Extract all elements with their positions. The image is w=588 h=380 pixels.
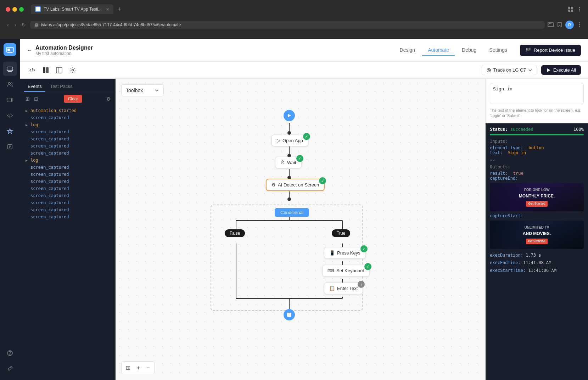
cast-icon[interactable] (548, 21, 554, 29)
set-keyboard-node[interactable]: ⌨ Set Keyboard ✓ (322, 265, 370, 276)
screenshot-thumb-1[interactable]: FOR ONE LOW MONTHLY PRICE. Get Started (490, 183, 584, 211)
svg-rect-22 (46, 67, 49, 73)
conditional-node[interactable]: Conditional (275, 208, 309, 217)
exec-start-label: execStartTime: (490, 268, 526, 273)
thumb1-text: FOR ONE LOW MONTHLY PRICE. Get Started (517, 185, 557, 209)
press-keys-node[interactable]: 📱 Press Keys ✓ (324, 247, 366, 259)
connector-dot (287, 131, 291, 135)
sidebar-item-ai[interactable] (3, 124, 17, 138)
thumb2-text: UNLIMITED TV AND MOVIES. Get Started (521, 223, 553, 246)
profile-avatar[interactable]: R (565, 21, 574, 29)
more-options-icon[interactable] (577, 6, 582, 12)
list-item[interactable]: ▶screen_captured (20, 199, 115, 206)
execute-all-button[interactable]: Execute All (541, 65, 581, 75)
back-button[interactable]: ‹ (6, 21, 10, 29)
zoom-out-button[interactable]: − (144, 363, 152, 373)
sidebar-item-code[interactable] (3, 108, 17, 123)
report-device-issue-button[interactable]: 🏴 Report Device Issue (520, 45, 581, 56)
reload-button[interactable]: ↻ (20, 21, 27, 29)
list-item[interactable]: ▶screen_captured (20, 142, 115, 150)
list-item[interactable]: ▶log (20, 121, 115, 128)
svg-point-6 (579, 9, 580, 10)
collapse-all-button[interactable]: ⊟ (33, 95, 40, 102)
tab-debug[interactable]: Debug (456, 45, 482, 56)
forward-button[interactable]: › (13, 21, 18, 29)
canvas-zoom-controls: ⊞ + − (121, 361, 155, 374)
list-item[interactable]: ▶log (20, 157, 115, 164)
close-traffic-light[interactable] (6, 7, 10, 12)
success-badge: ✓ (303, 133, 310, 140)
events-tab-test-packs[interactable]: Test Packs (47, 82, 76, 92)
events-panel: Events Test Packs ⊞ ⊟ Clear ⚙ ▶automatio… (20, 79, 116, 380)
app-logo[interactable] (4, 43, 16, 56)
ai-icon: ⚙ (271, 182, 276, 188)
extensions-icon (567, 6, 574, 12)
wait-node[interactable]: ⏱ Wait ✓ (275, 157, 302, 168)
expand-all-button[interactable]: ⊞ (24, 95, 31, 102)
open-app-node[interactable]: ▷ Open App ✓ (271, 135, 308, 146)
list-item[interactable]: ▶screen_captured (20, 185, 115, 192)
fit-view-button[interactable]: ⊞ (123, 363, 133, 373)
new-tab-button[interactable]: + (118, 6, 122, 13)
sidebar-item-tools[interactable] (3, 362, 17, 376)
list-item[interactable]: ▶screen_captured (20, 178, 115, 185)
events-settings-button[interactable]: ⚙ (106, 96, 111, 102)
browser-tab[interactable]: TV Labs: Smart TV App Testi... ✕ (31, 4, 113, 14)
svg-point-5 (579, 7, 580, 8)
true-branch-label[interactable]: True (332, 229, 350, 237)
sidebar-item-reports[interactable] (3, 140, 17, 154)
tab-close-button[interactable]: ✕ (106, 7, 109, 12)
start-node[interactable] (284, 110, 295, 121)
maximize-traffic-light[interactable] (19, 7, 24, 12)
list-item[interactable]: ▶screen_captured (20, 213, 115, 220)
events-tab-events[interactable]: Events (24, 82, 45, 92)
input-element-type: element_type: button (490, 145, 584, 150)
back-navigation-button[interactable]: ← (27, 47, 33, 54)
trace-on-device-button[interactable]: Trace on LG C7 (482, 65, 537, 75)
zoom-in-button[interactable]: + (134, 363, 143, 373)
svg-rect-1 (568, 7, 570, 9)
events-list: ▶automation_started ▶screen_captured ▶lo… (20, 106, 115, 380)
sidebar-item-video[interactable] (3, 93, 17, 107)
list-item[interactable]: ▶screen_captured (20, 150, 115, 157)
list-item[interactable]: ▶screen_captured (20, 164, 115, 171)
split-view-button[interactable] (40, 66, 51, 75)
false-branch-label[interactable]: False (225, 229, 245, 237)
settings-view-button[interactable] (67, 66, 78, 75)
list-item[interactable]: ▶screen_captured (20, 135, 115, 142)
sidebar-item-help[interactable] (3, 346, 17, 360)
exec-duration-label: execDuration: (490, 253, 523, 258)
sidebar-item-users[interactable] (3, 77, 17, 91)
screenshot-thumb-2[interactable]: UNLIMITED TV AND MOVIES. Get Started (490, 220, 584, 249)
list-item[interactable]: ▶screen_captured (20, 192, 115, 199)
exec-end-label: execEndTime: (490, 260, 521, 265)
list-item[interactable]: ▶screen_captured (20, 171, 115, 178)
sign-in-text-input[interactable]: Sign in (490, 83, 584, 104)
code-view-button[interactable] (27, 66, 38, 75)
end-node[interactable] (284, 309, 295, 320)
url-text: tvlabs.ai/app/projects/8edae655-7117-44c… (41, 22, 181, 27)
minimize-traffic-light[interactable] (12, 7, 17, 12)
status-percent: 100% (573, 127, 584, 132)
address-bar[interactable]: tvlabs.ai/app/projects/8edae655-7117-44c… (30, 21, 545, 29)
ai-detect-node[interactable]: ⚙ AI Detect on Screen ✓ (266, 179, 325, 191)
clear-events-button[interactable]: Clear (64, 95, 83, 103)
svg-point-26 (487, 68, 491, 72)
canvas-area[interactable]: Toolbox (116, 79, 485, 380)
tab-design[interactable]: Design (394, 45, 421, 56)
tab-automate[interactable]: Automate (422, 45, 455, 56)
list-item[interactable]: ▶screen_captured (20, 128, 115, 135)
panel-view-button[interactable] (54, 66, 65, 75)
tab-settings[interactable]: Settings (483, 45, 513, 56)
toolbox-dropdown[interactable]: Toolbox (121, 84, 164, 96)
enter-text-node[interactable]: 📋 Enter Text i (324, 283, 363, 294)
list-item[interactable]: ▶automation_started (20, 107, 115, 114)
toolbar-icons (27, 66, 78, 75)
sidebar (0, 39, 20, 380)
sidebar-item-tv[interactable] (3, 62, 17, 76)
list-item[interactable]: ▶screen_captured (20, 114, 115, 121)
browser-menu-icon[interactable] (577, 22, 582, 28)
bookmark-icon[interactable] (557, 22, 562, 28)
list-item[interactable]: ▶screen_captured (20, 206, 115, 213)
outputs-label: Outputs: (490, 164, 584, 169)
